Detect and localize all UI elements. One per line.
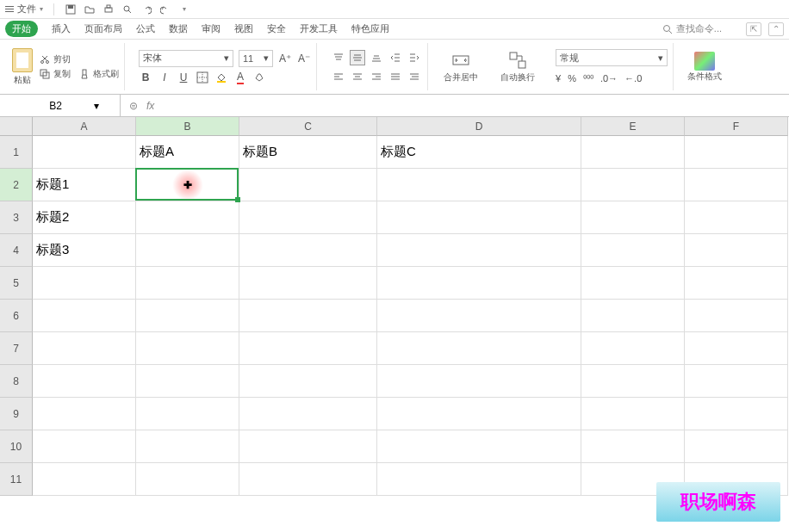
cell-B8[interactable] bbox=[136, 365, 239, 398]
align-right-icon[interactable] bbox=[369, 69, 384, 84]
cell-D1[interactable]: 标题C bbox=[377, 136, 581, 169]
row-header-5[interactable]: 5 bbox=[0, 267, 33, 300]
cell-E2[interactable] bbox=[581, 169, 685, 201]
cell-A8[interactable] bbox=[33, 365, 136, 398]
tab-dev-tools[interactable]: 开发工具 bbox=[300, 22, 338, 35]
cell-A5[interactable] bbox=[33, 267, 136, 300]
align-top-icon[interactable] bbox=[331, 50, 346, 65]
select-all-corner[interactable] bbox=[0, 117, 33, 136]
redo-icon[interactable] bbox=[159, 3, 171, 15]
cell-A10[interactable] bbox=[33, 430, 136, 463]
row-header-10[interactable]: 10 bbox=[0, 430, 33, 463]
col-header-F[interactable]: F bbox=[685, 117, 788, 136]
align-bottom-icon[interactable] bbox=[369, 50, 384, 65]
cell-C9[interactable] bbox=[239, 398, 377, 430]
open-icon[interactable] bbox=[84, 3, 96, 15]
cell-B3[interactable] bbox=[136, 201, 239, 234]
fill-color-button[interactable] bbox=[214, 71, 228, 84]
cut-button[interactable]: 剪切 bbox=[40, 53, 119, 65]
expand-icon[interactable]: ⊜ bbox=[129, 100, 138, 112]
merge-icon[interactable] bbox=[451, 51, 470, 70]
cell-C11[interactable] bbox=[239, 463, 377, 496]
cell-A1[interactable] bbox=[33, 136, 136, 169]
cell-F10[interactable] bbox=[685, 430, 788, 463]
cell-F4[interactable] bbox=[685, 234, 788, 267]
cell-C5[interactable] bbox=[239, 267, 377, 300]
file-menu[interactable]: 文件 ▾ bbox=[5, 3, 43, 15]
cell-B9[interactable] bbox=[136, 398, 239, 430]
row-header-11[interactable]: 11 bbox=[0, 463, 33, 496]
underline-button[interactable]: U bbox=[177, 71, 190, 84]
wrap-icon[interactable] bbox=[508, 51, 527, 70]
formula-input[interactable] bbox=[163, 95, 789, 116]
preview-icon[interactable] bbox=[121, 3, 134, 15]
thousands-icon[interactable]: ⁰⁰⁰ bbox=[583, 73, 593, 84]
cell-C1[interactable]: 标题B bbox=[239, 136, 377, 169]
increase-decimal-icon[interactable]: .0→ bbox=[600, 73, 618, 84]
cell-D5[interactable] bbox=[377, 267, 581, 300]
tab-insert[interactable]: 插入 bbox=[52, 22, 71, 35]
cell-E1[interactable] bbox=[581, 136, 685, 169]
row-header-9[interactable]: 9 bbox=[0, 398, 33, 430]
cell-F7[interactable] bbox=[685, 332, 788, 365]
col-header-A[interactable]: A bbox=[33, 117, 136, 136]
row-header-8[interactable]: 8 bbox=[0, 365, 33, 398]
font-name-selector[interactable]: 宋体 ▾ bbox=[139, 50, 233, 67]
row-header-3[interactable]: 3 bbox=[0, 201, 33, 234]
ribbon-conditional-format[interactable]: 条件格式 bbox=[682, 43, 727, 90]
cell-A7[interactable] bbox=[33, 332, 136, 365]
cell-A6[interactable] bbox=[33, 300, 136, 332]
cell-E6[interactable] bbox=[581, 300, 685, 332]
cell-D2[interactable] bbox=[377, 169, 581, 201]
tab-formulas[interactable]: 公式 bbox=[136, 22, 155, 35]
cell-B4[interactable] bbox=[136, 234, 239, 267]
cell-B6[interactable] bbox=[136, 300, 239, 332]
row-header-1[interactable]: 1 bbox=[0, 136, 33, 169]
align-left-icon[interactable] bbox=[331, 69, 346, 84]
cell-D11[interactable] bbox=[377, 463, 581, 496]
col-header-D[interactable]: D bbox=[377, 117, 581, 136]
cell-D3[interactable] bbox=[377, 201, 581, 234]
align-justify-icon[interactable] bbox=[388, 69, 403, 84]
cell-F8[interactable] bbox=[685, 365, 788, 398]
cell-B2[interactable] bbox=[136, 169, 239, 201]
cell-D6[interactable] bbox=[377, 300, 581, 332]
undo-icon[interactable] bbox=[140, 3, 152, 15]
cell-A2[interactable]: 标题1 bbox=[33, 169, 136, 201]
increase-indent-icon[interactable] bbox=[407, 50, 422, 65]
command-search[interactable]: 查找命令... bbox=[662, 22, 722, 35]
cell-F3[interactable] bbox=[685, 201, 788, 234]
cells-area[interactable]: 标题A标题B标题C标题1标题2标题3 bbox=[33, 136, 788, 496]
cell-A11[interactable] bbox=[33, 463, 136, 496]
cell-E7[interactable] bbox=[581, 332, 685, 365]
decrease-indent-icon[interactable] bbox=[388, 50, 403, 65]
cell-B5[interactable] bbox=[136, 267, 239, 300]
tab-special[interactable]: 特色应用 bbox=[351, 22, 389, 35]
cell-E8[interactable] bbox=[581, 365, 685, 398]
row-header-2[interactable]: 2 bbox=[0, 169, 33, 201]
tab-view[interactable]: 视图 bbox=[234, 22, 253, 35]
cell-B7[interactable] bbox=[136, 332, 239, 365]
tab-data[interactable]: 数据 bbox=[169, 22, 188, 35]
orientation-icon[interactable] bbox=[407, 69, 422, 84]
collapse-icon[interactable]: ⌃ bbox=[768, 22, 784, 36]
border-button[interactable] bbox=[196, 71, 209, 84]
row-header-6[interactable]: 6 bbox=[0, 300, 33, 332]
font-size-selector[interactable]: 11 ▾ bbox=[239, 50, 273, 67]
cell-A3[interactable]: 标题2 bbox=[33, 201, 136, 234]
cell-C8[interactable] bbox=[239, 365, 377, 398]
tab-review[interactable]: 审阅 bbox=[202, 22, 221, 35]
cell-C2[interactable] bbox=[239, 169, 377, 201]
cell-B10[interactable] bbox=[136, 430, 239, 463]
increase-font-icon[interactable]: A⁺ bbox=[278, 52, 292, 65]
qat-dropdown-icon[interactable]: ▾ bbox=[178, 3, 190, 15]
cell-B11[interactable] bbox=[136, 463, 239, 496]
tab-security[interactable]: 安全 bbox=[267, 22, 286, 35]
paste-icon[interactable] bbox=[12, 48, 33, 72]
currency-icon[interactable]: ¥ bbox=[556, 73, 561, 84]
row-header-4[interactable]: 4 bbox=[0, 234, 33, 267]
cell-F6[interactable] bbox=[685, 300, 788, 332]
cell-E5[interactable] bbox=[581, 267, 685, 300]
print-icon[interactable] bbox=[103, 3, 115, 15]
font-color-button[interactable]: A bbox=[233, 71, 247, 84]
